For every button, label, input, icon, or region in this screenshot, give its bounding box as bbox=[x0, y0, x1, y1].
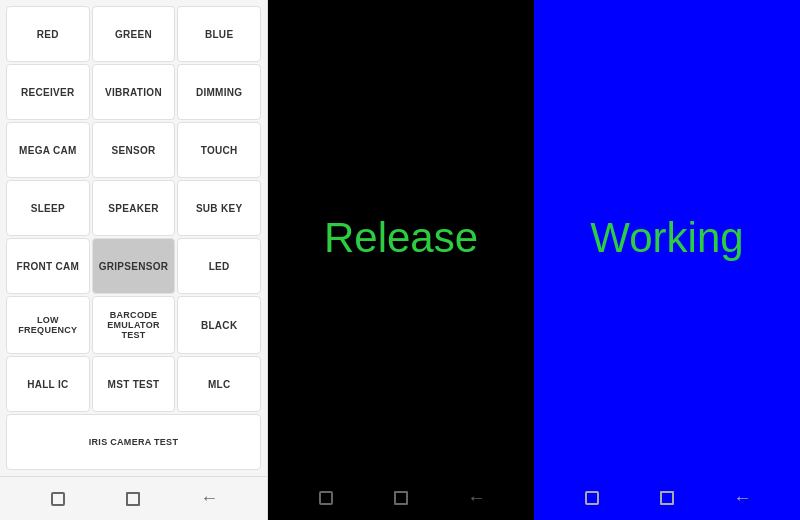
middle-back-button[interactable]: ← bbox=[460, 482, 492, 514]
grid-btn-mega-cam[interactable]: MEGA CAM bbox=[6, 122, 90, 178]
grid-btn-hall-ic[interactable]: HALL IC bbox=[6, 356, 90, 412]
grid-btn-front-cam[interactable]: FRONT CAM bbox=[6, 238, 90, 294]
middle-navbar: ← bbox=[268, 476, 534, 520]
right-home-button[interactable] bbox=[651, 482, 683, 514]
grid-btn-receiver[interactable]: RECEIVER bbox=[6, 64, 90, 120]
grid-btn-sleep[interactable]: SLEEP bbox=[6, 180, 90, 236]
left-recents-button[interactable] bbox=[42, 483, 74, 515]
grid-btn-green[interactable]: GREEN bbox=[92, 6, 176, 62]
grid-btn-dimming[interactable]: DIMMING bbox=[177, 64, 261, 120]
middle-content: Release bbox=[268, 0, 534, 476]
button-grid: REDGREENBLUERECEIVERVIBRATIONDIMMINGMEGA… bbox=[0, 0, 267, 476]
grid-btn-mst-test[interactable]: MST TEST bbox=[92, 356, 176, 412]
grid-btn-gripsensor[interactable]: GRIPSENSOR bbox=[92, 238, 176, 294]
release-text: Release bbox=[324, 214, 478, 262]
grid-btn-sub-key[interactable]: SUB KEY bbox=[177, 180, 261, 236]
working-text: Working bbox=[590, 214, 743, 262]
grid-btn-mlc[interactable]: MLC bbox=[177, 356, 261, 412]
left-panel: REDGREENBLUERECEIVERVIBRATIONDIMMINGMEGA… bbox=[0, 0, 268, 520]
right-navbar: ← bbox=[534, 476, 800, 520]
right-panel: Working ← bbox=[534, 0, 800, 520]
middle-panel: Release ← bbox=[268, 0, 534, 520]
left-navbar: ← bbox=[0, 476, 267, 520]
grid-btn-blue[interactable]: BLUE bbox=[177, 6, 261, 62]
right-recents-button[interactable] bbox=[576, 482, 608, 514]
grid-btn-red[interactable]: RED bbox=[6, 6, 90, 62]
left-home-button[interactable] bbox=[117, 483, 149, 515]
middle-recents-button[interactable] bbox=[310, 482, 342, 514]
right-content: Working bbox=[534, 0, 800, 476]
grid-btn-speaker[interactable]: SPEAKER bbox=[92, 180, 176, 236]
left-back-button[interactable]: ← bbox=[193, 483, 225, 515]
grid-btn-touch[interactable]: TOUCH bbox=[177, 122, 261, 178]
grid-btn-barcode-emulator-test[interactable]: BARCODE EMULATOR TEST bbox=[92, 296, 176, 354]
grid-btn-iris-camera-test[interactable]: IRIS CAMERA TEST bbox=[6, 414, 261, 470]
grid-btn-black[interactable]: BLACK bbox=[177, 296, 261, 354]
right-back-button[interactable]: ← bbox=[726, 482, 758, 514]
grid-btn-led[interactable]: LED bbox=[177, 238, 261, 294]
grid-btn-vibration[interactable]: VIBRATION bbox=[92, 64, 176, 120]
grid-btn-sensor[interactable]: SENSOR bbox=[92, 122, 176, 178]
grid-btn-low-frequency[interactable]: LOW FREQUENCY bbox=[6, 296, 90, 354]
middle-home-button[interactable] bbox=[385, 482, 417, 514]
